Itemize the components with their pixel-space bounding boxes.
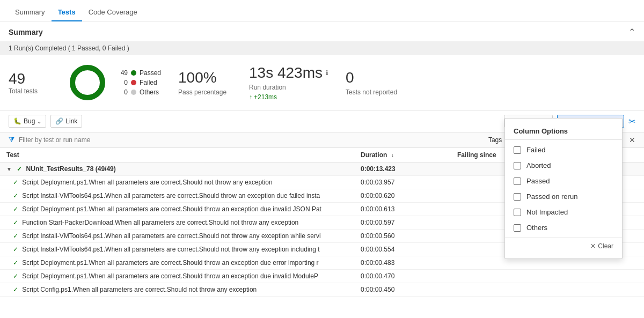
test-name: ✓ Script Install-VMTools64.ps1.When all … [0,243,354,256]
duration-sort-icon: ↓ [391,152,394,158]
trend-value: ↑ +213ms [249,93,328,101]
pass-check-icon: ✓ [17,165,22,173]
failed-count: 0 [117,79,128,86]
donut-chart [69,64,106,101]
checkbox-passed[interactable] [514,178,521,185]
run-duration-label: Run duration [249,84,328,91]
checkbox-others[interactable] [514,224,521,232]
checkbox-aborted[interactable] [514,162,521,169]
test-label: Script Install-VMTools64.ps1.When all pa… [22,232,320,240]
legend-others: 0 Others [117,88,161,96]
filter-icon[interactable]: ✂ [628,116,635,127]
dropdown-label-not-impacted: Not Impacted [526,208,568,216]
bug-button[interactable]: 🐛 Bug ⌄ [9,115,46,128]
legend-passed: 49 Passed [117,69,161,77]
test-name: ✓ Script Deployment.ps1.When all paramet… [0,256,354,270]
test-name: ✓ Script Install-VMTools64.ps1.When all … [0,189,354,203]
test-label: Script Config.ps1.When all parameters ar… [22,286,257,293]
col-test-label: Test [6,151,19,159]
total-tests-block: 49 Total tests [9,70,52,95]
test-failing [451,270,580,283]
test-name: ✓ Function Start-PackerDownload.When all… [0,216,354,230]
dropdown-label-aborted: Aborted [526,161,551,169]
others-label: Others [140,88,159,96]
checkbox-not-impacted[interactable] [514,209,521,216]
test-label: Script Install-VMTools64.ps1.When all pa… [22,246,319,253]
test-duration: 0:00:00.470 [354,270,451,283]
info-icon: ℹ [326,69,328,77]
link-icon: 🔗 [55,117,63,125]
bug-chevron-icon: ⌄ [37,119,41,124]
dropdown-label-passed: Passed [526,177,550,185]
others-dot [131,90,136,95]
run-info-text: 1 Run(s) Completed ( 1 Passed, 0 Failed … [9,45,129,52]
pass-percentage-value: 100% [178,69,232,86]
svg-point-1 [72,68,103,98]
test-label: Script Deployment.ps1.When all parameter… [22,179,272,186]
clear-button[interactable]: ✕ Clear [590,242,613,250]
dropdown-label-passed-on-rerun: Passed on rerun [526,193,577,201]
filter-tag-tags-label: Tags [488,136,502,144]
pass-check-icon: ✓ [13,219,18,226]
group-toggle-icon[interactable]: ▼ [6,166,12,172]
summary-title: Summary [9,28,43,36]
dropdown-item-failed[interactable]: Failed [505,142,622,158]
test-duration: 0:00:00.620 [354,189,451,203]
checkbox-failed[interactable] [514,146,521,154]
donut-legend: 49 Passed 0 Failed 0 Others [117,69,161,96]
bug-label: Bug [24,117,35,125]
dropdown-item-passed-on-rerun[interactable]: Passed on rerun [505,189,622,204]
table-row[interactable]: ✓ Script Config.ps1.When all parameters … [0,283,644,297]
pass-check-icon: ✓ [13,205,18,213]
col-header-test[interactable]: Test [0,148,354,162]
test-label: Script Deployment.ps1.When all parameter… [22,272,318,280]
link-label: Link [65,117,77,125]
test-duration: 0:00:00.450 [354,283,451,297]
dropdown-label-others: Others [526,224,547,232]
dropdown-footer: ✕ Clear [505,238,622,254]
run-duration-block: 13s 423ms ℹ Run duration ↑ +213ms [249,64,328,101]
bug-icon: 🐛 [13,117,21,125]
col-header-duration[interactable]: Duration ↓ [354,148,451,162]
filter-input[interactable] [19,136,488,144]
test-duration: 0:00:00.554 [354,243,451,256]
pass-check-icon: ✓ [13,286,18,293]
col-failing-label: Failing since [457,151,496,159]
dropdown-item-aborted[interactable]: Aborted [505,158,622,173]
pass-check-icon: ✓ [13,179,18,186]
dropdown-item-others[interactable]: Others [505,220,622,235]
test-label: Function Start-PackerDownload.When all p… [22,219,298,226]
tab-tests[interactable]: Tests [52,4,82,21]
pass-check-icon: ✓ [13,246,18,253]
test-duration: 0:00:03.957 [354,176,451,189]
tab-summary[interactable]: Summary [9,4,52,21]
test-duration: 0:00:00.560 [354,230,451,243]
clear-x-icon: ✕ [590,242,596,250]
dropdown-title: Column Options [505,123,622,140]
pass-percentage-label: Pass percentage [178,88,232,96]
dropdown-item-passed[interactable]: Passed [505,173,622,189]
dropdown-item-not-impacted[interactable]: Not Impacted [505,204,622,220]
link-button[interactable]: 🔗 Link [50,115,82,128]
pass-check-icon: ✓ [13,232,18,240]
summary-header: Summary ⌃ [0,21,644,41]
filter-close-button[interactable]: ✕ [629,136,635,144]
table-row[interactable]: ✓ Script Deployment.ps1.When all paramet… [0,270,644,283]
run-info-bar: 1 Run(s) Completed ( 1 Passed, 0 Failed … [0,41,644,55]
test-duration: 0:00:00.483 [354,256,451,270]
group-label: NUnit_TestResults_78 (49/49) [26,165,116,173]
legend-failed: 0 Failed [117,79,161,86]
checkbox-passed-on-rerun[interactable] [514,193,521,201]
test-name: ✓ Script Config.ps1.When all parameters … [0,283,354,297]
passed-count: 49 [117,69,128,77]
test-duration: 0:00:00.613 [354,203,451,216]
group-name: ▼ ✓ NUnit_TestResults_78 (49/49) [0,162,354,176]
filter-funnel-icon: ⧩ [9,136,14,144]
test-name: ✓ Script Install-VMTools64.ps1.When all … [0,230,354,243]
stats-row: 49 Total tests 49 Passed 0 Failed 0 [0,55,644,110]
pass-check-icon: ✓ [13,272,18,280]
test-label: Script Deployment.ps1.When all parameter… [22,205,321,213]
collapse-button[interactable]: ⌃ [628,27,635,37]
passed-dot [131,70,136,76]
tab-coverage[interactable]: Code Coverage [82,4,144,21]
